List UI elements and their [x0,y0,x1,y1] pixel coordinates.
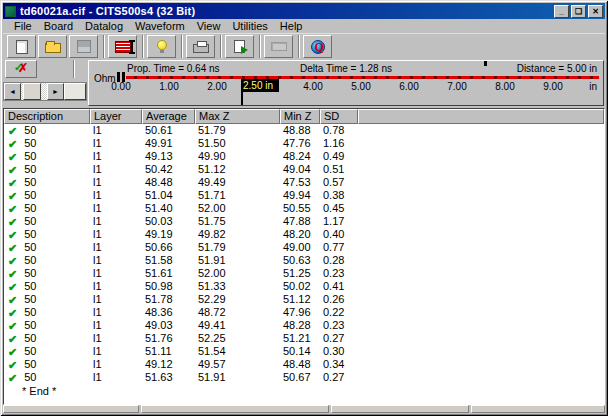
cell-sd: 0.51 [320,163,358,176]
new-file-button[interactable] [7,35,36,58]
menu-item-waveform[interactable]: Waveform [129,19,191,33]
restore-button[interactable]: ❏ [571,5,586,18]
cell-average: 51.76 [142,332,195,345]
status-bar [3,405,605,413]
table-row[interactable]: ✔50l149.0349.4148.280.23 [4,319,604,332]
table-row[interactable]: ✔50l150.4251.1249.040.51 [4,163,604,176]
scrollbar-page-box[interactable] [64,83,86,100]
cell-average: 51.04 [142,189,195,202]
column-header-description[interactable]: Description [4,109,90,124]
cell-description: ✔50 [4,189,90,202]
cell-minz: 48.20 [280,228,320,241]
cell-maxz: 51.12 [195,163,280,176]
cell-average: 50.03 [142,215,195,228]
close-button[interactable]: ✕ [588,5,603,18]
column-header-layer[interactable]: Layer [90,109,142,124]
scroll-left-button[interactable]: ◄ [4,83,21,100]
column-header-average[interactable]: Average [142,109,195,124]
table-row[interactable]: ✔50l149.1249.5748.480.34 [4,358,604,371]
scrollbar-thumb[interactable] [23,83,41,100]
description-value: 50 [24,150,36,163]
table-row[interactable]: ✔50l148.3648.7247.960.22 [4,306,604,319]
cell-minz: 47.96 [280,306,320,319]
cell-average: 50.66 [142,241,195,254]
table-row[interactable]: ✔50l151.4052.0050.550.45 [4,202,604,215]
menu-item-datalog[interactable]: Datalog [79,19,129,33]
open-file-button[interactable] [38,35,67,58]
table-row[interactable]: ✔50l151.1151.5450.140.30 [4,345,604,358]
table-row[interactable]: ✔50l150.6151.7948.880.78 [4,124,604,137]
cell-sd: 0.27 [320,332,358,345]
cell-sd: 0.22 [320,306,358,319]
cell-description: ✔50 [4,124,90,137]
print-button[interactable] [186,35,215,58]
description-value: 50 [24,202,36,215]
ruler-tick-label: 1.00 [159,81,178,92]
cell-maxz: 52.29 [195,293,280,306]
board-measure-button[interactable] [108,35,137,58]
cell-maxz: 48.72 [195,306,280,319]
export-report-button[interactable] [225,35,254,58]
cell-description: ✔50 [4,267,90,280]
column-header-sd[interactable]: SD [320,109,358,124]
cell-sd: 0.45 [320,202,358,215]
description-value: 50 [24,137,36,150]
menu-item-file[interactable]: File [8,19,38,33]
cell-layer: l1 [90,293,142,306]
table-row[interactable]: ✔50l149.1349.9048.240.49 [4,150,604,163]
ruler-cursor-line[interactable] [241,92,243,105]
print-icon [193,44,209,53]
probe-cancel-icon: ✓✗ [14,63,28,75]
table-row[interactable]: ✔50l150.9851.3350.020.41 [4,280,604,293]
save-file-button[interactable] [69,35,98,58]
cell-average: 49.12 [142,358,195,371]
cell-description: ✔50 [4,228,90,241]
check-icon: ✔ [8,164,17,176]
cell-minz: 48.48 [280,358,320,371]
status-panel [3,405,139,413]
cell-average: 49.13 [142,150,195,163]
menu-item-board[interactable]: Board [38,19,79,33]
table-row[interactable]: ✔50l150.6651.7949.000.77 [4,241,604,254]
check-icon: ✔ [8,229,17,241]
table-row[interactable]: ✔50l151.7852.2951.120.26 [4,293,604,306]
table-row[interactable]: ✔50l148.4849.4947.530.57 [4,176,604,189]
menu-item-utilities[interactable]: Utilities [226,19,273,33]
cell-description: ✔50 [4,215,90,228]
cell-minz: 50.63 [280,254,320,267]
description-value: 50 [24,280,36,293]
cell-sd: 0.38 [320,189,358,202]
check-icon: ✔ [8,190,17,202]
horizontal-scrollbar[interactable]: ◄ ► [3,82,87,101]
table-row[interactable]: ✔50l151.6351.9150.670.27 [4,371,604,384]
title-bar[interactable]: td60021a.cif - CITS500s4 (32 Bit) _ ❏ ✕ [3,3,605,19]
column-header-maxz[interactable]: Max Z [195,109,280,124]
menu-item-help[interactable]: Help [274,19,309,33]
check-icon: ✔ [8,307,17,319]
probe-toggle-button[interactable]: ✓✗ [5,60,37,78]
table-row[interactable]: ✔50l151.7652.2551.210.27 [4,332,604,345]
app-window: td60021a.cif - CITS500s4 (32 Bit) _ ❏ ✕ … [0,0,608,416]
cell-average: 49.19 [142,228,195,241]
column-header-minz[interactable]: Min Z [280,109,320,124]
table-row[interactable]: ✔50l149.9151.5047.761.16 [4,137,604,150]
about-button[interactable]: Q [303,35,332,58]
table-row[interactable]: ✔50l149.1949.8248.200.40 [4,228,604,241]
cluster-separator [73,60,75,78]
minimize-button[interactable]: _ [554,5,569,18]
cell-maxz: 51.54 [195,345,280,358]
description-value: 50 [24,267,36,280]
menu-item-view[interactable]: View [191,19,227,33]
ruler-cursor-readout[interactable]: 2.50 in [241,79,279,92]
table-row[interactable]: ✔50l150.0351.7547.881.17 [4,215,604,228]
table-row[interactable]: ✔50l151.5851.9150.630.28 [4,254,604,267]
scroll-right-button[interactable]: ► [47,83,64,100]
scrollbar-track[interactable] [21,83,47,100]
cell-layer: l1 [90,319,142,332]
cell-average: 50.42 [142,163,195,176]
table-row[interactable]: ✔50l151.0451.7149.940.38 [4,189,604,202]
cell-layer: l1 [90,345,142,358]
hint-button[interactable] [147,35,176,58]
cell-average: 51.40 [142,202,195,215]
table-row[interactable]: ✔50l151.6152.0051.250.23 [4,267,604,280]
